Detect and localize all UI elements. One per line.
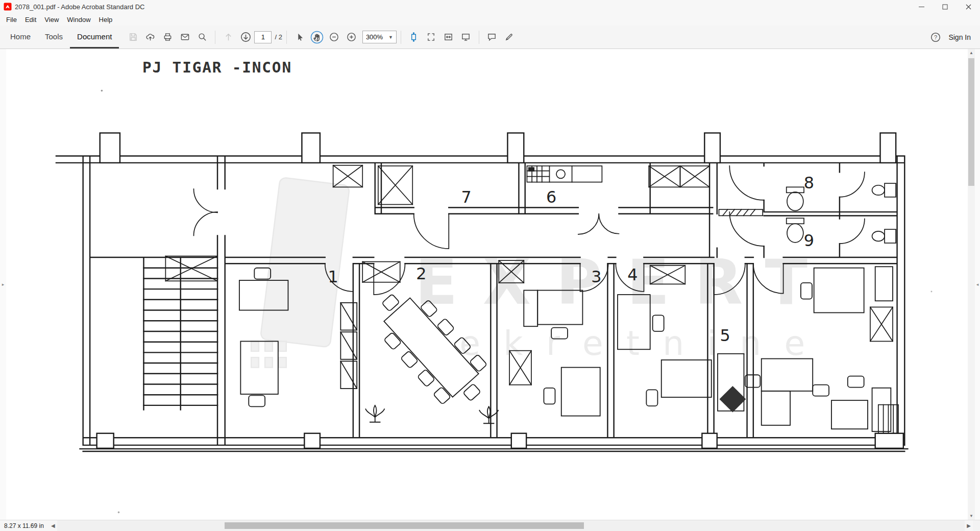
pdf-page: EXPERT nekretnine PJ TIGAR -INCON xyxy=(6,49,968,520)
expand-left-icon: ◂ xyxy=(976,282,979,287)
save-icon xyxy=(128,32,138,42)
hand-tool-button[interactable] xyxy=(308,29,326,45)
scroll-right-arrow-icon[interactable]: ▶ xyxy=(965,520,973,531)
floorplan-drawing: EXPERT nekretnine PJ TIGAR -INCON xyxy=(6,49,968,520)
zoom-in-button[interactable] xyxy=(343,29,360,45)
plant xyxy=(365,405,384,422)
svg-text:?: ? xyxy=(934,34,937,40)
scroll-up-arrow-icon[interactable]: ▲ xyxy=(968,49,975,57)
vertical-scrollbar[interactable]: ▲ ▼ xyxy=(968,49,975,520)
room-label-1: 1 xyxy=(328,268,338,286)
scrollbar-corner xyxy=(973,520,980,531)
scan-speckle xyxy=(118,512,120,514)
scan-speckle xyxy=(101,90,103,92)
minimize-button[interactable] xyxy=(910,0,933,13)
scroll-left-arrow-icon[interactable]: ◀ xyxy=(49,520,57,531)
pen-icon xyxy=(504,32,514,42)
vertical-scrollbar-thumb[interactable] xyxy=(968,58,974,186)
printer-icon xyxy=(163,32,173,42)
page-total-label: / 2 xyxy=(275,33,282,41)
menu-edit[interactable]: Edit xyxy=(21,14,40,25)
menu-window[interactable]: Window xyxy=(63,14,94,25)
zoom-in-icon xyxy=(347,32,356,42)
acrobat-window: 2078_001.pdf - Adobe Acrobat Standard DC… xyxy=(0,0,980,531)
select-tool-button[interactable] xyxy=(291,29,308,45)
horizontal-scrollbar-thumb[interactable] xyxy=(225,522,584,529)
highlight-button[interactable] xyxy=(501,29,518,45)
room-label-3: 3 xyxy=(591,268,601,286)
chevron-down-icon: ▼ xyxy=(388,35,393,40)
close-button[interactable] xyxy=(957,0,980,13)
presentation-screen-icon xyxy=(461,32,471,42)
zoom-out-icon xyxy=(329,32,339,42)
fit-width-icon xyxy=(444,32,453,42)
room-label-4: 4 xyxy=(627,266,638,284)
fit-page-icon xyxy=(426,32,436,42)
hand-tool-icon xyxy=(310,31,324,44)
room-label-2: 2 xyxy=(416,264,426,283)
tab-home[interactable]: Home xyxy=(3,26,38,49)
next-page-button[interactable] xyxy=(237,29,254,45)
scrolling-mode-button[interactable] xyxy=(405,29,423,45)
room-label-9: 9 xyxy=(804,231,814,250)
document-viewport: ▸ EXPERT nekretnine PJ TIGAR -INCON xyxy=(0,49,980,520)
watermark-subtitle: nekretnine xyxy=(415,324,828,363)
envelope-icon xyxy=(180,32,190,42)
room-label-8: 8 xyxy=(804,174,814,192)
fit-page-button[interactable] xyxy=(423,29,440,45)
sign-in-button[interactable]: Sign In xyxy=(948,33,971,41)
page-number-input[interactable] xyxy=(254,31,272,43)
plan-title: PJ TIGAR -INCON xyxy=(142,59,292,76)
search-icon xyxy=(198,32,207,42)
email-button[interactable] xyxy=(176,29,193,45)
continuous-scroll-icon xyxy=(409,32,419,42)
tab-document[interactable]: Document xyxy=(70,26,119,49)
zoom-level-dropdown[interactable]: 300% ▼ xyxy=(362,31,397,43)
toolbar-separator xyxy=(401,31,401,44)
room-label-6: 6 xyxy=(546,188,556,206)
help-button[interactable]: ? xyxy=(927,29,944,45)
scroll-down-arrow-icon[interactable]: ▼ xyxy=(968,512,975,520)
watermark: EXPERT nekretnine xyxy=(251,177,832,368)
room-label-5: 5 xyxy=(720,327,730,345)
page-size-label: 8.27 x 11.69 in xyxy=(0,522,49,529)
arrow-down-circle-icon xyxy=(240,32,251,42)
status-bar: 8.27 x 11.69 in ◀ ▶ xyxy=(0,520,980,531)
print-button[interactable] xyxy=(159,29,176,45)
plant xyxy=(479,406,498,423)
menu-bar: File Edit View Window Help xyxy=(0,13,980,26)
comment-bubble-icon xyxy=(487,32,497,42)
menu-help[interactable]: Help xyxy=(95,14,117,25)
maximize-button[interactable] xyxy=(933,0,957,13)
horizontal-scrollbar[interactable] xyxy=(57,520,965,531)
zoom-out-button[interactable] xyxy=(326,29,343,45)
window-title: 2078_001.pdf - Adobe Acrobat Standard DC xyxy=(15,3,144,11)
menu-view[interactable]: View xyxy=(40,14,63,25)
toolbar-separator xyxy=(479,31,479,44)
read-mode-button[interactable] xyxy=(457,29,475,45)
toolbar: Home Tools Document xyxy=(0,26,980,49)
help-icon: ? xyxy=(930,32,941,42)
left-pane-toggle[interactable]: ▸ xyxy=(0,49,6,520)
scan-speckle xyxy=(930,291,932,293)
zoom-level-value: 300% xyxy=(366,33,385,41)
menu-file[interactable]: File xyxy=(2,14,21,25)
cloud-upload-icon xyxy=(145,32,155,42)
comment-button[interactable] xyxy=(483,29,501,45)
acrobat-pdf-icon xyxy=(4,3,12,11)
room-label-7: 7 xyxy=(461,188,471,206)
title-bar: 2078_001.pdf - Adobe Acrobat Standard DC xyxy=(0,0,980,13)
radiator xyxy=(878,405,898,433)
previous-page-button[interactable] xyxy=(219,29,237,45)
toolbar-separator xyxy=(286,31,287,44)
arrow-up-icon xyxy=(224,32,233,42)
search-button[interactable] xyxy=(193,29,211,45)
share-button[interactable] xyxy=(141,29,159,45)
tab-tools[interactable]: Tools xyxy=(38,26,70,49)
save-button[interactable] xyxy=(124,29,141,45)
fit-width-button[interactable] xyxy=(440,29,457,45)
toolbar-separator xyxy=(215,31,215,44)
right-pane-toggle[interactable]: ◂ xyxy=(975,49,980,520)
cursor-icon xyxy=(295,33,304,42)
kitchen-counter xyxy=(527,166,602,182)
